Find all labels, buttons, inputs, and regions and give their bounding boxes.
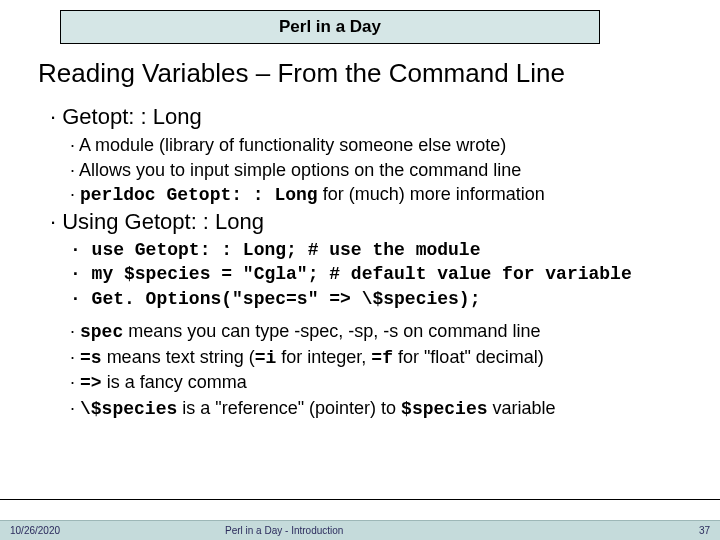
content-area: Getopt: : Long A module (library of func… (50, 104, 700, 422)
code-inline: spec (80, 322, 123, 342)
section-heading: Getopt: : Long (50, 104, 700, 130)
code-inline: \$species (80, 399, 177, 419)
text: variable (488, 398, 556, 418)
bullet: spec means you can type -spec, -sp, -s o… (70, 320, 700, 344)
code-inline: =f (371, 348, 393, 368)
code-line: use Getopt: : Long; # use the module (70, 239, 700, 262)
text: means you can type -spec, -sp, -s on com… (123, 321, 540, 341)
code-inline: $species (401, 399, 487, 419)
bullet: =s means text string (=i for integer, =f… (70, 346, 700, 370)
code-inline: =s (80, 348, 102, 368)
code-inline: => (80, 373, 102, 393)
text: means text string ( (102, 347, 255, 367)
footer-divider (0, 499, 720, 500)
footer-page: 37 (699, 525, 710, 536)
bullet: => is a fancy comma (70, 371, 700, 395)
bullet: A module (library of functionality someo… (70, 134, 700, 157)
section-heading: Using Getopt: : Long (50, 209, 700, 235)
code-line: Get. Options("spec=s" => \$species); (70, 288, 700, 311)
text: for (much) more information (318, 184, 545, 204)
text: for integer, (276, 347, 371, 367)
bullet: perldoc Getopt: : Long for (much) more i… (70, 183, 700, 207)
text: for "float" decimal) (393, 347, 544, 367)
code-inline: perldoc Getopt: : Long (80, 185, 318, 205)
bullet: \$species is a "reference" (pointer) to … (70, 397, 700, 421)
bullet: Allows you to input simple options on th… (70, 159, 700, 182)
text: is a "reference" (pointer) to (177, 398, 401, 418)
course-title-box: Perl in a Day (60, 10, 600, 44)
text: is a fancy comma (102, 372, 247, 392)
footer-bar: 10/26/2020 Perl in a Day - Introduction … (0, 520, 720, 540)
code-inline: =i (255, 348, 277, 368)
code-line: my $species = "Cgla"; # default value fo… (70, 263, 700, 286)
course-title: Perl in a Day (279, 17, 381, 37)
footer-date: 10/26/2020 (10, 525, 60, 536)
footer-title: Perl in a Day - Introduction (225, 525, 343, 536)
slide-title: Reading Variables – From the Command Lin… (38, 58, 565, 89)
